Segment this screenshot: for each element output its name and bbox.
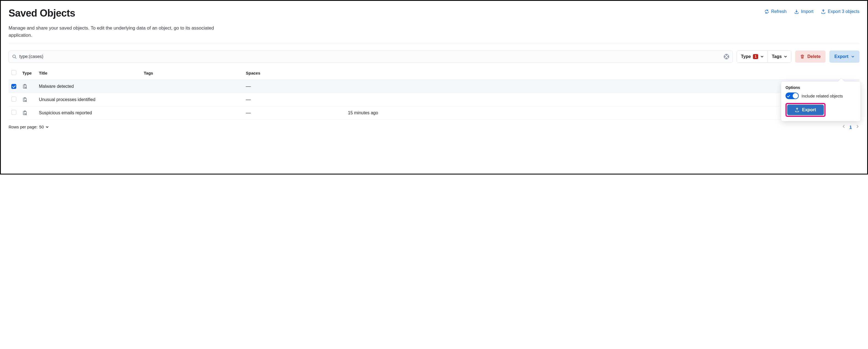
export-confirm-button[interactable]: Export bbox=[787, 105, 824, 115]
saved-objects-table: Type Title Tags Spaces Malware detected … bbox=[8, 66, 860, 120]
include-related-label: Include related objects bbox=[802, 94, 843, 98]
filter-group: Type 1 Tags bbox=[737, 51, 791, 63]
export-popover: Options Include related objects Export bbox=[781, 82, 861, 121]
row-checkbox[interactable] bbox=[11, 84, 16, 89]
search-input-wrapper bbox=[8, 51, 733, 63]
row-title[interactable]: Unusual processes identified bbox=[39, 97, 144, 102]
row-spaces: — bbox=[246, 83, 348, 89]
chevron-down-icon bbox=[851, 55, 855, 58]
include-related-toggle[interactable] bbox=[785, 92, 799, 99]
highlight-annotation: Export bbox=[785, 103, 826, 117]
case-type-icon bbox=[22, 111, 27, 115]
col-spaces: Spaces bbox=[246, 71, 348, 76]
svg-point-0 bbox=[13, 55, 16, 58]
import-icon bbox=[794, 9, 799, 14]
rows-per-page-select[interactable]: Rows per page: 50 bbox=[8, 124, 49, 129]
type-filter-count: 1 bbox=[753, 54, 758, 59]
delete-button[interactable]: Delete bbox=[795, 51, 826, 63]
export-icon bbox=[821, 9, 826, 14]
select-all-checkbox[interactable] bbox=[11, 70, 16, 75]
row-title[interactable]: Suspicious emails reported bbox=[39, 111, 144, 115]
row-checkbox[interactable] bbox=[11, 110, 16, 115]
pagination: 1 bbox=[842, 124, 860, 129]
search-icon bbox=[12, 54, 17, 59]
toolbar: Type 1 Tags Delete Export bbox=[8, 51, 860, 63]
table-row: Unusual processes identified — bbox=[8, 93, 860, 106]
close-icon bbox=[724, 54, 728, 59]
clear-search-button[interactable] bbox=[724, 54, 729, 59]
row-last: 15 minutes ago bbox=[348, 111, 835, 115]
svg-point-4 bbox=[25, 100, 27, 101]
chevron-down-icon bbox=[45, 125, 49, 129]
chevron-down-icon bbox=[784, 55, 787, 58]
table-header: Type Title Tags Spaces bbox=[8, 66, 860, 80]
row-title[interactable]: Malware detected bbox=[39, 84, 144, 89]
prev-page-button[interactable] bbox=[842, 124, 846, 129]
case-type-icon bbox=[22, 84, 27, 89]
trash-icon bbox=[800, 54, 805, 59]
table-footer: Rows per page: 50 1 bbox=[8, 120, 860, 129]
next-page-button[interactable] bbox=[856, 124, 860, 129]
export-dropdown-button[interactable]: Export bbox=[829, 51, 860, 63]
col-type: Type bbox=[22, 71, 39, 76]
col-title: Title bbox=[39, 71, 144, 76]
col-tags: Tags bbox=[144, 71, 246, 76]
table-row: Malware detected — bbox=[8, 80, 860, 93]
page-subtitle: Manage and share your saved objects. To … bbox=[8, 25, 224, 39]
page-title: Saved Objects bbox=[8, 7, 75, 19]
export-objects-button[interactable]: Export 3 objects bbox=[821, 9, 860, 14]
table-row: Suspicious emails reported — 15 minutes … bbox=[8, 106, 860, 120]
search-input[interactable] bbox=[17, 54, 724, 59]
case-type-icon bbox=[22, 97, 27, 102]
svg-point-6 bbox=[25, 114, 27, 115]
header-actions: Refresh Import Export 3 objects bbox=[765, 7, 860, 14]
row-spaces: — bbox=[246, 110, 348, 116]
divider bbox=[8, 43, 860, 44]
row-spaces: — bbox=[246, 97, 348, 103]
export-icon bbox=[795, 108, 799, 112]
chevron-down-icon bbox=[761, 55, 764, 58]
type-filter-button[interactable]: Type 1 bbox=[737, 51, 768, 62]
import-button[interactable]: Import bbox=[794, 9, 813, 14]
svg-point-2 bbox=[25, 87, 27, 88]
page-number[interactable]: 1 bbox=[849, 124, 852, 129]
refresh-icon bbox=[765, 9, 769, 14]
row-checkbox[interactable] bbox=[11, 97, 16, 101]
popover-title: Options bbox=[785, 85, 856, 90]
refresh-button[interactable]: Refresh bbox=[765, 9, 786, 14]
tags-filter-button[interactable]: Tags bbox=[768, 51, 791, 62]
